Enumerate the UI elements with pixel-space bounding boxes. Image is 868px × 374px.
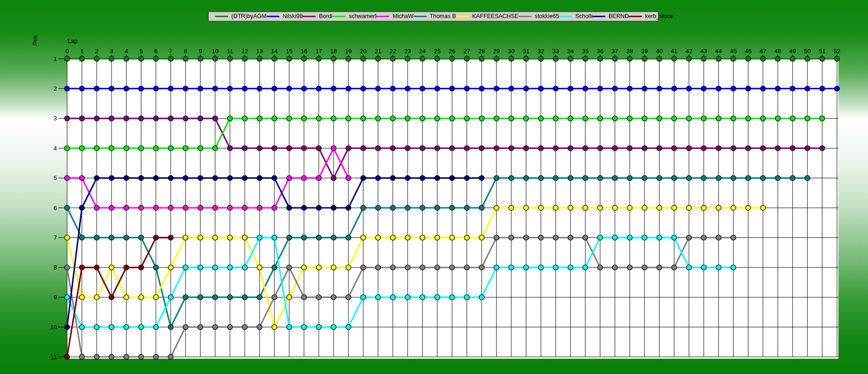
- data-point: [731, 86, 736, 91]
- data-point: [168, 295, 174, 300]
- data-point: [613, 175, 618, 181]
- data-point: [657, 56, 662, 62]
- data-point: [657, 86, 662, 91]
- data-point: [627, 116, 632, 121]
- data-point: [257, 56, 262, 62]
- data-point: [109, 206, 114, 211]
- data-point: [701, 265, 707, 270]
- data-point: [494, 56, 499, 62]
- data-point: [139, 355, 144, 360]
- data-point: [598, 206, 603, 211]
- data-point: [346, 175, 351, 181]
- data-point: [183, 295, 188, 300]
- data-point: [316, 206, 322, 211]
- x-tick-label: 35: [582, 48, 589, 55]
- data-point: [494, 175, 499, 181]
- data-point: [731, 175, 736, 181]
- x-tick-label: 49: [789, 48, 796, 55]
- data-point: [657, 265, 662, 270]
- data-point: [346, 86, 351, 91]
- x-tick-label: 42: [686, 48, 692, 55]
- data-point: [598, 56, 603, 62]
- data-point: [302, 86, 307, 91]
- data-point: [257, 146, 262, 151]
- x-tick-label: 52: [834, 48, 840, 55]
- data-point: [213, 324, 218, 330]
- data-point: [450, 56, 455, 62]
- data-point: [124, 206, 129, 211]
- data-point: [731, 265, 736, 270]
- data-point: [139, 206, 144, 211]
- data-point: [761, 56, 766, 62]
- data-point: [346, 295, 351, 300]
- x-tick-label: 0: [65, 48, 68, 55]
- data-point: [272, 206, 277, 211]
- data-point: [198, 116, 203, 121]
- data-point: [479, 235, 484, 240]
- data-point: [376, 175, 381, 181]
- data-point: [183, 116, 188, 121]
- data-point: [524, 56, 529, 62]
- data-point: [687, 235, 692, 240]
- data-point: [405, 265, 410, 270]
- x-tick-label: 2: [95, 48, 98, 55]
- data-point: [509, 146, 514, 151]
- data-point: [509, 116, 514, 121]
- data-point: [539, 175, 544, 181]
- data-point: [316, 146, 322, 151]
- data-point: [494, 116, 499, 121]
- data-point: [94, 206, 99, 211]
- data-point: [450, 116, 455, 121]
- data-point: [405, 56, 410, 62]
- data-point: [302, 235, 307, 240]
- data-point: [746, 175, 751, 181]
- data-point: [553, 265, 558, 270]
- data-point: [228, 324, 233, 330]
- x-tick-label: 36: [597, 48, 603, 55]
- x-tick-label: 3: [110, 48, 113, 55]
- data-point: [80, 206, 85, 211]
- data-point: [287, 206, 292, 211]
- data-point: [376, 235, 381, 240]
- data-point: [687, 265, 692, 270]
- data-point: [391, 56, 396, 62]
- data-point: [198, 56, 203, 62]
- data-point: [287, 295, 292, 300]
- x-tick-label: 50: [804, 48, 811, 55]
- data-point: [627, 146, 632, 151]
- data-point: [361, 175, 366, 181]
- data-point: [479, 295, 484, 300]
- data-point: [316, 56, 322, 62]
- data-point: [657, 206, 662, 211]
- x-tick-label: 30: [508, 48, 515, 55]
- data-point: [701, 86, 707, 91]
- data-point: [257, 86, 262, 91]
- data-point: [198, 206, 203, 211]
- data-point: [272, 324, 277, 330]
- data-point: [465, 146, 470, 151]
- data-point: [272, 295, 277, 300]
- data-point: [65, 56, 70, 62]
- data-point: [716, 56, 721, 62]
- data-point: [435, 86, 440, 91]
- data-point: [479, 265, 484, 270]
- data-point: [287, 146, 292, 151]
- data-point: [450, 175, 455, 181]
- data-point: [213, 146, 218, 151]
- data-point: [257, 206, 262, 211]
- data-point: [331, 324, 336, 330]
- data-point: [524, 116, 529, 121]
- data-point: [272, 116, 277, 121]
- x-tick-label: 11: [227, 48, 233, 55]
- data-point: [302, 324, 307, 330]
- data-point: [391, 86, 396, 91]
- data-point: [568, 56, 573, 62]
- data-point: [94, 175, 99, 181]
- x-axis-title: Lap: [68, 37, 78, 44]
- data-point: [109, 116, 114, 121]
- data-point: [746, 86, 751, 91]
- data-point: [346, 235, 351, 240]
- data-point: [731, 116, 736, 121]
- data-point: [272, 175, 277, 181]
- data-point: [716, 146, 721, 151]
